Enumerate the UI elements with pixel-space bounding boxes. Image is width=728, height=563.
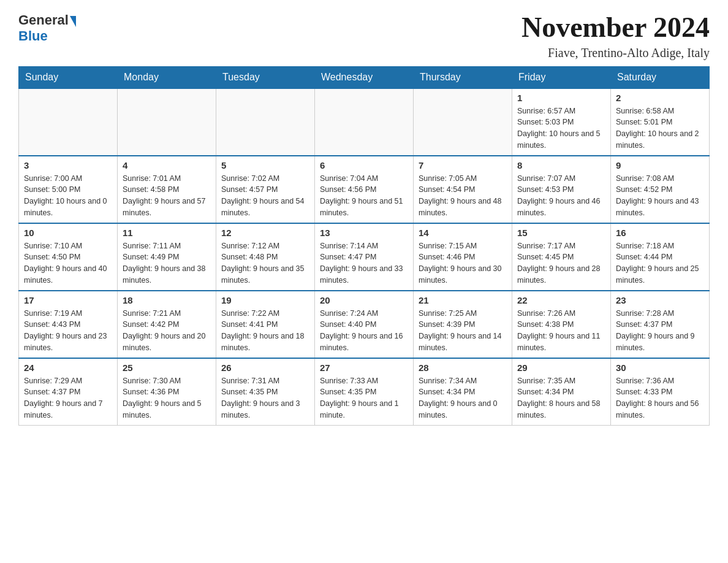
logo: General Blue: [18, 12, 76, 44]
logo-general-text: General: [18, 12, 69, 28]
calendar-week-row: 1Sunrise: 6:57 AM Sunset: 5:03 PM Daylig…: [19, 88, 710, 156]
day-info: Sunrise: 7:22 AM Sunset: 4:41 PM Dayligh…: [221, 308, 309, 354]
calendar-cell: 15Sunrise: 7:17 AM Sunset: 4:45 PM Dayli…: [512, 223, 611, 291]
logo-text: General Blue: [18, 12, 76, 44]
day-number: 10: [24, 228, 112, 238]
calendar-cell: [414, 88, 512, 156]
day-info: Sunrise: 7:34 AM Sunset: 4:34 PM Dayligh…: [419, 375, 507, 421]
calendar-cell: 4Sunrise: 7:01 AM Sunset: 4:58 PM Daylig…: [118, 156, 216, 223]
calendar-cell: 17Sunrise: 7:19 AM Sunset: 4:43 PM Dayli…: [19, 291, 118, 358]
day-number: 5: [221, 160, 309, 170]
day-number: 24: [24, 362, 112, 373]
location-title: Fiave, Trentino-Alto Adige, Italy: [521, 46, 710, 60]
day-info: Sunrise: 7:21 AM Sunset: 4:42 PM Dayligh…: [123, 308, 211, 354]
calendar-cell: 3Sunrise: 7:00 AM Sunset: 5:00 PM Daylig…: [19, 156, 118, 223]
day-number: 22: [517, 295, 605, 305]
calendar-cell: [19, 88, 118, 156]
day-number: 15: [517, 228, 605, 238]
calendar-cell: 10Sunrise: 7:10 AM Sunset: 4:50 PM Dayli…: [19, 223, 118, 291]
calendar-week-row: 3Sunrise: 7:00 AM Sunset: 5:00 PM Daylig…: [19, 156, 710, 223]
month-title: November 2024: [521, 12, 710, 44]
day-info: Sunrise: 7:05 AM Sunset: 4:54 PM Dayligh…: [419, 173, 507, 219]
day-number: 25: [123, 362, 211, 373]
day-number: 11: [123, 228, 211, 238]
day-info: Sunrise: 7:00 AM Sunset: 5:00 PM Dayligh…: [24, 173, 112, 219]
calendar-header-tuesday: Tuesday: [216, 66, 315, 88]
day-number: 4: [123, 160, 211, 170]
calendar-cell: 20Sunrise: 7:24 AM Sunset: 4:40 PM Dayli…: [315, 291, 414, 358]
day-info: Sunrise: 7:14 AM Sunset: 4:47 PM Dayligh…: [320, 240, 408, 286]
calendar-cell: 22Sunrise: 7:26 AM Sunset: 4:38 PM Dayli…: [512, 291, 611, 358]
day-info: Sunrise: 7:02 AM Sunset: 4:57 PM Dayligh…: [221, 173, 309, 219]
day-info: Sunrise: 7:30 AM Sunset: 4:36 PM Dayligh…: [123, 375, 211, 421]
day-number: 17: [24, 295, 112, 305]
day-number: 8: [517, 160, 605, 170]
day-number: 1: [517, 93, 605, 103]
day-number: 19: [221, 295, 309, 305]
day-info: Sunrise: 7:11 AM Sunset: 4:49 PM Dayligh…: [123, 240, 211, 286]
calendar-cell: 26Sunrise: 7:31 AM Sunset: 4:35 PM Dayli…: [216, 358, 315, 426]
calendar-week-row: 24Sunrise: 7:29 AM Sunset: 4:37 PM Dayli…: [19, 358, 710, 426]
day-number: 3: [24, 160, 112, 170]
day-number: 13: [320, 228, 408, 238]
calendar-header-row: SundayMondayTuesdayWednesdayThursdayFrid…: [19, 66, 710, 88]
day-info: Sunrise: 7:31 AM Sunset: 4:35 PM Dayligh…: [221, 375, 309, 421]
calendar-cell: 29Sunrise: 7:35 AM Sunset: 4:34 PM Dayli…: [512, 358, 611, 426]
calendar-cell: [118, 88, 216, 156]
day-info: Sunrise: 7:33 AM Sunset: 4:35 PM Dayligh…: [320, 375, 408, 421]
day-number: 2: [616, 93, 704, 103]
day-info: Sunrise: 7:25 AM Sunset: 4:39 PM Dayligh…: [419, 308, 507, 354]
calendar-table: SundayMondayTuesdayWednesdayThursdayFrid…: [18, 66, 710, 426]
day-number: 20: [320, 295, 408, 305]
day-info: Sunrise: 7:08 AM Sunset: 4:52 PM Dayligh…: [616, 173, 704, 219]
calendar-week-row: 17Sunrise: 7:19 AM Sunset: 4:43 PM Dayli…: [19, 291, 710, 358]
day-info: Sunrise: 6:57 AM Sunset: 5:03 PM Dayligh…: [517, 105, 605, 151]
day-info: Sunrise: 7:26 AM Sunset: 4:38 PM Dayligh…: [517, 308, 605, 354]
day-info: Sunrise: 6:58 AM Sunset: 5:01 PM Dayligh…: [616, 105, 704, 151]
day-info: Sunrise: 7:12 AM Sunset: 4:48 PM Dayligh…: [221, 240, 309, 286]
day-number: 18: [123, 295, 211, 305]
calendar-cell: 18Sunrise: 7:21 AM Sunset: 4:42 PM Dayli…: [118, 291, 216, 358]
day-number: 21: [419, 295, 507, 305]
day-info: Sunrise: 7:07 AM Sunset: 4:53 PM Dayligh…: [517, 173, 605, 219]
calendar-cell: 25Sunrise: 7:30 AM Sunset: 4:36 PM Dayli…: [118, 358, 216, 426]
calendar-cell: 30Sunrise: 7:36 AM Sunset: 4:33 PM Dayli…: [611, 358, 710, 426]
day-info: Sunrise: 7:18 AM Sunset: 4:44 PM Dayligh…: [616, 240, 704, 286]
calendar-cell: 12Sunrise: 7:12 AM Sunset: 4:48 PM Dayli…: [216, 223, 315, 291]
calendar-header-monday: Monday: [118, 66, 216, 88]
day-number: 14: [419, 228, 507, 238]
calendar-cell: 8Sunrise: 7:07 AM Sunset: 4:53 PM Daylig…: [512, 156, 611, 223]
day-number: 30: [616, 362, 704, 373]
day-number: 7: [419, 160, 507, 170]
calendar-header-wednesday: Wednesday: [315, 66, 414, 88]
calendar-cell: [315, 88, 414, 156]
day-number: 9: [616, 160, 704, 170]
calendar-cell: 16Sunrise: 7:18 AM Sunset: 4:44 PM Dayli…: [611, 223, 710, 291]
day-info: Sunrise: 7:35 AM Sunset: 4:34 PM Dayligh…: [517, 375, 605, 421]
day-info: Sunrise: 7:04 AM Sunset: 4:56 PM Dayligh…: [320, 173, 408, 219]
calendar-cell: 1Sunrise: 6:57 AM Sunset: 5:03 PM Daylig…: [512, 88, 611, 156]
calendar-week-row: 10Sunrise: 7:10 AM Sunset: 4:50 PM Dayli…: [19, 223, 710, 291]
day-number: 29: [517, 362, 605, 373]
day-number: 12: [221, 228, 309, 238]
logo-blue-text: Blue: [18, 28, 48, 44]
day-info: Sunrise: 7:29 AM Sunset: 4:37 PM Dayligh…: [24, 375, 112, 421]
calendar-cell: 13Sunrise: 7:14 AM Sunset: 4:47 PM Dayli…: [315, 223, 414, 291]
calendar-cell: 2Sunrise: 6:58 AM Sunset: 5:01 PM Daylig…: [611, 88, 710, 156]
day-number: 28: [419, 362, 507, 373]
day-info: Sunrise: 7:28 AM Sunset: 4:37 PM Dayligh…: [616, 308, 704, 354]
calendar-cell: 5Sunrise: 7:02 AM Sunset: 4:57 PM Daylig…: [216, 156, 315, 223]
day-number: 27: [320, 362, 408, 373]
page-header: General Blue November 2024 Fiave, Trenti…: [18, 12, 710, 60]
title-block: November 2024 Fiave, Trentino-Alto Adige…: [521, 12, 710, 60]
calendar-header-thursday: Thursday: [414, 66, 512, 88]
day-info: Sunrise: 7:19 AM Sunset: 4:43 PM Dayligh…: [24, 308, 112, 354]
day-info: Sunrise: 7:17 AM Sunset: 4:45 PM Dayligh…: [517, 240, 605, 286]
calendar-cell: 23Sunrise: 7:28 AM Sunset: 4:37 PM Dayli…: [611, 291, 710, 358]
calendar-cell: 6Sunrise: 7:04 AM Sunset: 4:56 PM Daylig…: [315, 156, 414, 223]
calendar-cell: 21Sunrise: 7:25 AM Sunset: 4:39 PM Dayli…: [414, 291, 512, 358]
day-number: 26: [221, 362, 309, 373]
day-number: 16: [616, 228, 704, 238]
calendar-header-friday: Friday: [512, 66, 611, 88]
logo-arrow-icon: [70, 16, 76, 27]
